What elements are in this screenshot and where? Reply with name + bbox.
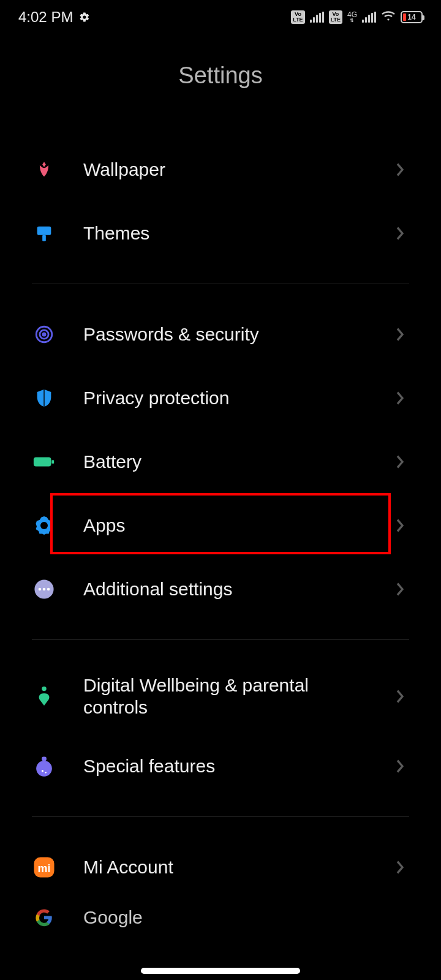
signal-icon-2	[362, 12, 376, 23]
divider	[32, 284, 409, 284]
chevron-right-icon	[396, 582, 409, 597]
svg-rect-13	[42, 757, 47, 761]
settings-item-passwords[interactable]: Passwords & security	[32, 303, 409, 366]
settings-item-label: Privacy protection	[83, 387, 369, 409]
settings-item-label: Google	[83, 907, 409, 929]
settings-list: Wallpaper Themes Passwords & security Pr…	[0, 138, 441, 936]
chevron-right-icon	[396, 162, 409, 177]
shield-icon	[32, 386, 56, 410]
svg-point-15	[42, 770, 43, 772]
svg-rect-6	[51, 460, 54, 464]
google-icon	[32, 905, 56, 930]
divider	[32, 639, 409, 640]
settings-item-privacy[interactable]: Privacy protection	[32, 366, 409, 430]
svg-point-9	[39, 588, 42, 591]
chevron-right-icon	[396, 689, 409, 704]
signal-icon	[310, 12, 324, 23]
settings-item-battery[interactable]: Battery	[32, 430, 409, 494]
chevron-right-icon	[396, 391, 409, 405]
svg-point-14	[36, 761, 52, 777]
chevron-right-icon	[396, 226, 409, 241]
svg-point-11	[47, 588, 50, 591]
fingerprint-icon	[32, 322, 56, 347]
page-title: Settings	[0, 34, 441, 138]
svg-point-10	[43, 588, 46, 591]
network-label: 4G⇅	[347, 12, 357, 23]
settings-item-label: Wallpaper	[83, 159, 369, 181]
svg-rect-5	[34, 457, 51, 466]
settings-item-label: Apps	[83, 514, 369, 537]
svg-point-16	[45, 772, 47, 774]
settings-item-label: Additional settings	[83, 578, 369, 600]
svg-rect-0	[37, 227, 51, 235]
chevron-right-icon	[396, 327, 409, 342]
svg-text:mi: mi	[37, 862, 50, 875]
chevron-right-icon	[396, 518, 409, 533]
chevron-right-icon	[396, 759, 409, 774]
svg-rect-1	[42, 235, 46, 241]
mi-icon: mi	[32, 855, 56, 880]
svg-point-4	[43, 333, 45, 336]
home-indicator[interactable]	[141, 968, 300, 974]
status-bar: 4:02 PM VoLTE VoLTE 4G⇅ 14	[0, 0, 441, 34]
svg-point-12	[42, 687, 47, 692]
settings-item-label: Mi Account	[83, 856, 369, 878]
settings-item-label: Themes	[83, 222, 369, 244]
tulip-icon	[32, 157, 56, 182]
status-left: 4:02 PM	[18, 9, 90, 26]
settings-item-mi-account[interactable]: mi Mi Account	[32, 835, 409, 899]
svg-point-7	[40, 522, 48, 529]
brush-icon	[32, 221, 56, 246]
dots-icon	[32, 577, 56, 601]
battery-icon	[32, 450, 56, 474]
volte-icon: VoLTE	[291, 10, 304, 24]
battery-icon: 14	[401, 11, 423, 23]
chevron-right-icon	[396, 860, 409, 875]
chevron-right-icon	[396, 454, 409, 469]
settings-status-icon	[79, 12, 90, 23]
status-right: VoLTE VoLTE 4G⇅ 14	[291, 9, 423, 26]
settings-item-google[interactable]: Google	[32, 899, 409, 936]
settings-item-themes[interactable]: Themes	[32, 202, 409, 265]
settings-item-label: Battery	[83, 451, 369, 473]
settings-item-label: Special features	[83, 755, 369, 777]
battery-level: 14	[402, 13, 421, 21]
settings-item-additional[interactable]: Additional settings	[32, 557, 409, 621]
settings-item-label: Digital Wellbeing & parental controls	[83, 674, 369, 718]
settings-item-wallpaper[interactable]: Wallpaper	[32, 138, 409, 202]
gear-icon	[32, 513, 56, 538]
person-heart-icon	[32, 684, 56, 709]
settings-item-special[interactable]: Special features	[32, 734, 409, 798]
settings-item-apps[interactable]: Apps	[32, 494, 409, 557]
divider	[32, 816, 409, 817]
clock: 4:02 PM	[18, 9, 73, 26]
volte-icon-2: VoLTE	[329, 10, 342, 24]
settings-item-label: Passwords & security	[83, 323, 369, 345]
wifi-icon	[381, 9, 396, 26]
settings-item-wellbeing[interactable]: Digital Wellbeing & parental controls	[32, 658, 409, 734]
flask-icon	[32, 754, 56, 778]
